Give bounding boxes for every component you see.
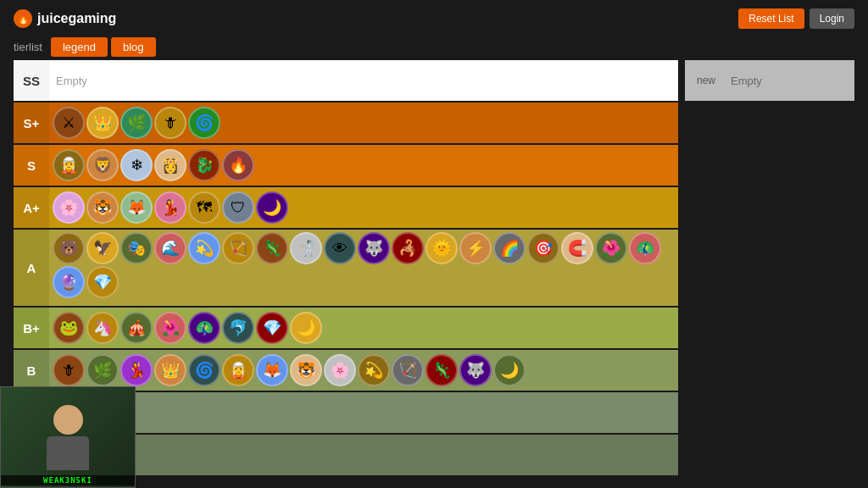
tier-label-ss: SS <box>14 60 49 101</box>
champ-a-16[interactable]: 🧲 <box>561 232 593 264</box>
tier-content-a[interactable]: 🐻 🦅 🎭 🌊 💫 🏹 🦎 🤺 👁 🐺 🦂 🌞 ⚡ 🌈 🎯 🧲 🌺 🦚 <box>49 230 678 306</box>
champ-splus-4[interactable]: 🗡 <box>154 107 186 139</box>
champ-b-12[interactable]: 🦎 <box>426 354 458 386</box>
champ-a-19[interactable]: 🔮 <box>53 266 85 298</box>
champ-a-8[interactable]: 🤺 <box>290 232 322 264</box>
nav-label: tierlist <box>14 41 42 53</box>
champ-s-1[interactable]: 🧝 <box>53 149 85 181</box>
tier-row-aplus: A+ 🌸 🐯 🦊 💃 🗺 🛡 🌙 <box>14 187 678 228</box>
champ-a-4[interactable]: 🌊 <box>154 232 186 264</box>
champ-a-1[interactable]: 🐻 <box>53 232 85 264</box>
tier-content-s[interactable]: 🧝 🦁 ❄ 👸 🐉 🔥 <box>49 145 678 186</box>
tab-blog[interactable]: blog <box>111 37 156 57</box>
champ-splus-5[interactable]: 🌀 <box>188 107 220 139</box>
tier-content-c[interactable]: 🐻 🎯 <box>49 392 678 433</box>
champ-aplus-7[interactable]: 🌙 <box>256 191 288 224</box>
logo: 🔥 juicegaming <box>14 9 116 28</box>
tier-row-b: B 🗡 🌿 💃 👑 🌀 🧝 🦊 🐯 🌸 💫 🏹 🦎 🐺 🌙 <box>14 350 678 391</box>
champ-a-10[interactable]: 🐺 <box>358 232 390 264</box>
champ-bplus-6[interactable]: 🐬 <box>222 312 254 344</box>
tier-row-ss: SS Empty <box>14 60 678 101</box>
tier-content-b[interactable]: 🗡 🌿 💃 👑 🌀 🧝 🦊 🐯 🌸 💫 🏹 🦎 🐺 🌙 <box>49 350 678 391</box>
champ-s-2[interactable]: 🦁 <box>86 149 119 181</box>
champ-a-18[interactable]: 🦚 <box>629 232 661 264</box>
champ-a-3[interactable]: 🎭 <box>120 232 153 264</box>
champ-a-14[interactable]: 🌈 <box>493 232 526 264</box>
tier-content-ss[interactable]: Empty <box>49 60 678 101</box>
reset-list-button[interactable]: Reset List <box>738 8 804 29</box>
tier-label-aplus: A+ <box>14 187 49 228</box>
champ-bplus-7[interactable]: 💎 <box>256 312 288 344</box>
tier-content-bplus[interactable]: 🐸 🦄 🎪 🌺 🦚 🐬 💎 🌙 <box>49 308 678 348</box>
champ-a-15[interactable]: 🎯 <box>527 232 559 264</box>
champ-b-2[interactable]: 🌿 <box>86 354 119 386</box>
champ-b-7[interactable]: 🦊 <box>256 354 288 386</box>
champ-b-8[interactable]: 🐯 <box>290 354 322 386</box>
tier-label-bplus: B+ <box>14 308 49 348</box>
champ-s-6[interactable]: 🔥 <box>222 149 254 181</box>
webcam-body <box>47 436 89 470</box>
champ-bplus-4[interactable]: 🌺 <box>154 312 186 344</box>
tier-content-aplus[interactable]: 🌸 🐯 🦊 💃 🗺 🛡 🌙 <box>49 187 678 228</box>
tier-row-splus: S+ ⚔ 👑 🌿 🗡 🌀 <box>14 103 678 143</box>
champ-aplus-5[interactable]: 🗺 <box>188 191 220 224</box>
champ-a-9[interactable]: 👁 <box>324 232 356 264</box>
tier-row-s: S 🧝 🦁 ❄ 👸 🐉 🔥 <box>14 145 678 186</box>
champ-aplus-6[interactable]: 🛡 <box>222 191 254 224</box>
champ-s-5[interactable]: 🐉 <box>188 149 220 181</box>
champ-b-13[interactable]: 🐺 <box>459 354 492 386</box>
champ-aplus-3[interactable]: 🦊 <box>120 191 153 224</box>
nav-tabs: tierlist legend blog <box>0 37 868 57</box>
champ-splus-1[interactable]: ⚔ <box>53 107 85 139</box>
champ-a-13[interactable]: ⚡ <box>459 232 492 264</box>
champ-bplus-2[interactable]: 🦄 <box>86 312 119 344</box>
champ-bplus-5[interactable]: 🦚 <box>188 312 220 344</box>
tab-legend[interactable]: legend <box>51 37 108 57</box>
webcam-overlay: WEAK3N5KI <box>0 386 136 488</box>
champ-b-14[interactable]: 🌙 <box>493 354 526 386</box>
champ-a-6[interactable]: 🏹 <box>222 232 254 264</box>
webcam-head <box>53 405 83 435</box>
tier-row-bplus: B+ 🐸 🦄 🎪 🌺 🦚 🐬 💎 🌙 <box>14 308 678 348</box>
champ-aplus-2[interactable]: 🐯 <box>86 191 119 224</box>
champ-splus-2[interactable]: 👑 <box>86 107 119 139</box>
tier-content-d[interactable]: 🦋 💎 <box>49 435 678 475</box>
champ-a-12[interactable]: 🌞 <box>426 232 458 264</box>
tier-ss-empty: Empty <box>53 71 91 91</box>
side-new-content[interactable]: Empty <box>727 60 854 101</box>
tier-label-a: A <box>14 230 49 306</box>
champ-b-4[interactable]: 👑 <box>154 354 186 386</box>
side-new-empty: Empty <box>731 75 762 87</box>
champ-b-11[interactable]: 🏹 <box>392 354 424 386</box>
champ-bplus-1[interactable]: 🐸 <box>53 312 85 344</box>
champ-a-17[interactable]: 🌺 <box>595 232 627 264</box>
champ-aplus-1[interactable]: 🌸 <box>53 191 85 224</box>
champ-b-5[interactable]: 🌀 <box>188 354 220 386</box>
tier-row-a: A 🐻 🦅 🎭 🌊 💫 🏹 🦎 🤺 👁 🐺 🦂 🌞 ⚡ 🌈 🎯 🧲 <box>14 230 678 306</box>
champ-b-9[interactable]: 🌸 <box>324 354 356 386</box>
champ-a-5[interactable]: 💫 <box>188 232 220 264</box>
champ-s-4[interactable]: 👸 <box>154 149 186 181</box>
champ-b-3[interactable]: 💃 <box>120 354 153 386</box>
champ-b-10[interactable]: 💫 <box>358 354 390 386</box>
header: 🔥 juicegaming Reset List Login <box>0 0 868 37</box>
champ-b-6[interactable]: 🧝 <box>222 354 254 386</box>
champ-a-7[interactable]: 🦎 <box>256 232 288 264</box>
side-new-label: new <box>685 60 727 101</box>
logo-text: juicegaming <box>37 11 116 26</box>
tier-label-b: B <box>14 350 49 391</box>
login-button[interactable]: Login <box>810 8 854 29</box>
champ-a-20[interactable]: 💎 <box>86 266 119 298</box>
champ-splus-3[interactable]: 🌿 <box>120 107 153 139</box>
tier-label-splus: S+ <box>14 103 49 143</box>
champ-a-2[interactable]: 🦅 <box>86 232 119 264</box>
tier-content-splus[interactable]: ⚔ 👑 🌿 🗡 🌀 <box>49 103 678 143</box>
champ-s-3[interactable]: ❄ <box>120 149 153 181</box>
champ-b-1[interactable]: 🗡 <box>53 354 85 386</box>
champ-bplus-3[interactable]: 🎪 <box>120 312 153 344</box>
champ-a-11[interactable]: 🦂 <box>392 232 424 264</box>
champ-aplus-4[interactable]: 💃 <box>154 191 186 224</box>
champ-bplus-8[interactable]: 🌙 <box>290 312 322 344</box>
logo-icon: 🔥 <box>14 9 32 28</box>
webcam-figure <box>47 405 89 470</box>
